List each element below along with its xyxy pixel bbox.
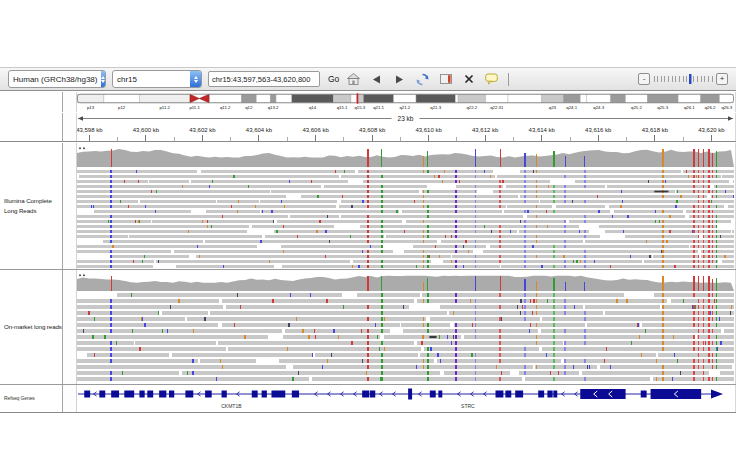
chevron-updown-icon [101, 71, 105, 87]
svg-text:q26.1: q26.1 [684, 105, 695, 110]
forward-button[interactable] [391, 71, 408, 88]
svg-text:q22.2: q22.2 [466, 105, 477, 110]
back-arrow-icon [372, 75, 381, 84]
tracks-frame: Illumina Complete Long Reads On-market l… [0, 141, 736, 413]
svg-text:q21.2: q21.2 [399, 105, 410, 110]
zoom-out-button[interactable]: - [638, 73, 650, 85]
svg-text:q21.3: q21.3 [430, 105, 441, 110]
svg-text:q15.1: q15.1 [337, 105, 348, 110]
x-icon [464, 74, 474, 84]
track-name: Illumina Complete Long Reads [0, 196, 62, 215]
svg-text:q11.2: q11.2 [220, 105, 231, 110]
track-label-onmarket[interactable]: On-market long reads [0, 270, 63, 384]
svg-text:q12: q12 [245, 105, 253, 110]
svg-text:p11.1: p11.1 [189, 105, 200, 110]
genome-select[interactable]: Human (GRCh38/hg38) [8, 70, 106, 88]
svg-text:q24.1: q24.1 [566, 105, 577, 110]
track-name: Refseq Genes [0, 395, 35, 403]
zoom-control: - + [638, 73, 728, 85]
svg-text:43,602 kb: 43,602 kb [189, 127, 216, 133]
igv-window: Human (GRCh38/hg38) chr15 Go [0, 67, 736, 413]
svg-text:p11.2: p11.2 [159, 105, 170, 110]
svg-text:q15.3: q15.3 [354, 105, 365, 110]
svg-text:p12: p12 [118, 105, 126, 110]
track-illumina: Illumina Complete Long Reads [0, 143, 736, 269]
refresh-icon [416, 73, 429, 86]
define-region-icon [440, 73, 452, 85]
svg-text:q25.2: q25.2 [631, 105, 642, 110]
region-tool-button[interactable] [437, 71, 454, 88]
go-button[interactable]: Go [328, 74, 339, 84]
svg-text:43,604 kb: 43,604 kb [246, 127, 273, 133]
svg-text:43,618 kb: 43,618 kb [642, 127, 669, 133]
chromosome-select[interactable]: chr15 [112, 70, 202, 88]
ideogram-row: p13p12p11.2p11.1q11.2q12q13.2q14q15.1q15… [0, 92, 736, 112]
svg-text:23 kb: 23 kb [398, 115, 414, 122]
chevron-updown-icon [190, 71, 201, 87]
svg-text:43,608 kb: 43,608 kb [359, 127, 386, 133]
chromosome-select-value: chr15 [113, 73, 190, 86]
svg-text:43,600 kb: 43,600 kb [133, 127, 160, 133]
svg-text:q13.2: q13.2 [268, 105, 279, 110]
svg-text:q25.3: q25.3 [657, 105, 668, 110]
close-button[interactable] [460, 71, 477, 88]
track-onmarket: On-market long reads [0, 269, 736, 384]
chromosome-ideogram[interactable]: p13p12p11.2p11.1q11.2q12q13.2q14q15.1q15… [77, 92, 734, 112]
refseq-genes-canvas[interactable]: CKMT1BSTRC [77, 385, 734, 412]
svg-text:43,598 kb: 43,598 kb [77, 127, 103, 133]
gene-label: CKMT1B [221, 403, 242, 409]
refresh-button[interactable] [414, 71, 431, 88]
coverage-track-illumina[interactable] [77, 146, 734, 167]
svg-text:43,610 kb: 43,610 kb [415, 127, 442, 133]
forward-arrow-icon [395, 75, 404, 84]
track-label-illumina[interactable]: Illumina Complete Long Reads [0, 143, 63, 269]
toolbar-separator [508, 73, 509, 86]
locus-input[interactable] [208, 71, 320, 87]
svg-text:q26.3: q26.3 [721, 105, 732, 110]
svg-text:q21.1: q21.1 [373, 105, 384, 110]
zoom-slider[interactable] [652, 73, 714, 85]
alignment-reads-illumina[interactable] [77, 169, 734, 269]
zoom-in-button[interactable]: + [716, 73, 728, 85]
alignment-reads-onmarket[interactable] [77, 292, 734, 382]
svg-text:q14: q14 [309, 105, 317, 110]
back-button[interactable] [368, 71, 385, 88]
svg-text:43,614 kb: 43,614 kb [529, 127, 556, 133]
svg-text:q26.2: q26.2 [705, 105, 716, 110]
home-icon [347, 73, 360, 85]
genome-select-value: Human (GRCh38/hg38) [9, 73, 101, 86]
svg-text:43,606 kb: 43,606 kb [302, 127, 329, 133]
track-name: On-market long reads [0, 322, 62, 332]
svg-text:q22.31: q22.31 [490, 105, 504, 110]
home-button[interactable] [345, 71, 362, 88]
main-panel: p13p12p11.2p11.1q11.2q12q13.2q14q15.1q15… [0, 91, 736, 413]
svg-text:q23: q23 [549, 105, 557, 110]
svg-text:43,620 kb: 43,620 kb [698, 127, 725, 133]
toolbar: Human (GRCh38/hg38) chr15 Go [0, 67, 736, 91]
svg-text:p13: p13 [87, 105, 95, 110]
svg-text:43,612 kb: 43,612 kb [472, 127, 499, 133]
ruler-row: 23 kb43,598 kb43,600 kb43,602 kb43,604 k… [0, 113, 736, 141]
gene-label: STRC [461, 403, 475, 409]
svg-text:43,616 kb: 43,616 kb [585, 127, 612, 133]
svg-text:q24.3: q24.3 [593, 105, 604, 110]
track-label-refseq[interactable]: Refseq Genes [0, 385, 63, 412]
track-refseq-genes: Refseq Genes CKMT1BSTRC [0, 384, 736, 412]
coverage-track-onmarket[interactable] [77, 273, 734, 291]
speech-bubble-icon [485, 73, 498, 85]
tooltip-button[interactable] [483, 71, 500, 88]
locus-ruler[interactable]: 23 kb43,598 kb43,600 kb43,602 kb43,604 k… [77, 113, 734, 141]
